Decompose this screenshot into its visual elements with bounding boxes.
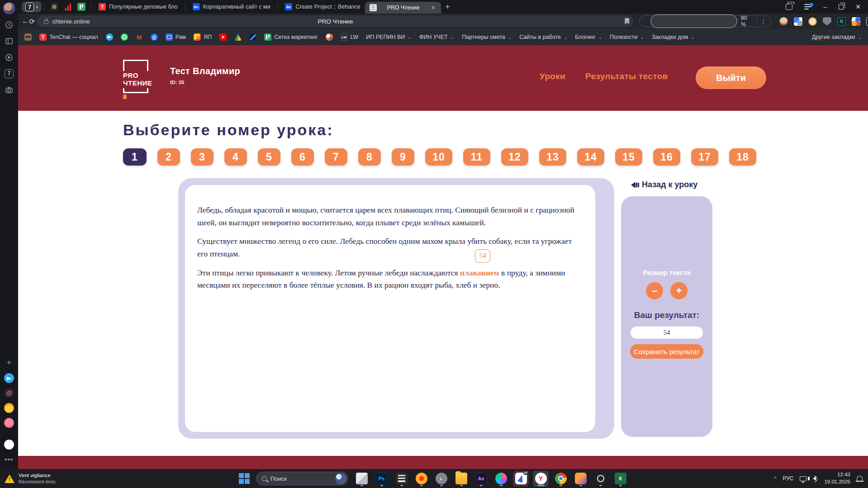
tab-behance-2[interactable]: Be Create Project :: Behance xyxy=(280,0,365,14)
video-icon[interactable] xyxy=(4,52,14,63)
telegram-rail-icon[interactable] xyxy=(4,373,14,383)
pinned-tab-dark[interactable] xyxy=(50,3,58,11)
lesson-button-18[interactable]: 18 xyxy=(729,148,756,166)
increase-text-button[interactable]: + xyxy=(670,282,688,299)
lesson-button-3[interactable]: 3 xyxy=(191,148,213,166)
app-photoshop[interactable]: Ps xyxy=(374,471,389,487)
bookmark-folder-home[interactable]: Закладки дом⌄ xyxy=(652,34,695,40)
shield-extension-icon[interactable] xyxy=(823,17,831,26)
app-obs[interactable] xyxy=(593,471,608,487)
result-input[interactable] xyxy=(631,327,703,339)
app-figma[interactable] xyxy=(493,471,509,487)
lesson-button-8[interactable]: 8 xyxy=(358,148,381,166)
rail-more-icon[interactable]: ••• xyxy=(4,454,14,464)
bookmark-orange[interactable] xyxy=(326,33,333,41)
lesson-button-16[interactable]: 16 xyxy=(653,148,680,166)
bookmark-lw[interactable]: LWLW xyxy=(341,33,359,41)
rail-add-icon[interactable]: + xyxy=(4,357,14,368)
restore-button[interactable] xyxy=(839,5,844,9)
flame-rail-icon[interactable] xyxy=(4,403,14,413)
tab-groups-icon[interactable] xyxy=(786,4,792,10)
weather-widget-icon[interactable] xyxy=(335,473,346,484)
app-excel[interactable]: X xyxy=(612,471,628,487)
app-yandex-browser[interactable]: Y xyxy=(533,471,549,487)
back-to-lesson-link[interactable]: Назад к уроку xyxy=(631,180,697,190)
app-yandex-start[interactable]: 07 xyxy=(513,471,529,487)
address-bar[interactable]: chtenie.online PRO Чтение xyxy=(37,15,634,27)
lesson-button-13[interactable]: 13 xyxy=(539,148,566,166)
bookmark-mailru[interactable]: @ xyxy=(151,33,158,41)
app-compass-browser[interactable] xyxy=(433,471,449,487)
bookmark-youtube[interactable] xyxy=(219,33,227,41)
bookmark-setka[interactable]: Сетка маркетинг xyxy=(264,33,318,41)
bookmark-folder-sites[interactable]: Сайты в работе⌄ xyxy=(519,34,567,40)
lesson-button-5[interactable]: 5 xyxy=(258,148,280,166)
bookmark-flag-icon[interactable] xyxy=(625,18,629,24)
zoom-control[interactable]: 90 % ⋮ xyxy=(639,15,771,27)
logout-button[interactable]: Выйти xyxy=(696,66,766,89)
lesson-button-17[interactable]: 17 xyxy=(691,148,718,166)
character-extension-icon[interactable] xyxy=(779,17,788,26)
app-phone[interactable] xyxy=(573,471,588,487)
lesson-button-7[interactable]: 7 xyxy=(325,148,347,166)
app-calculator[interactable] xyxy=(394,471,409,487)
bookmark-folder-repin[interactable]: ИП РЕПИН ВИ⌄ xyxy=(366,34,411,40)
start-button[interactable] xyxy=(239,473,250,484)
back-button[interactable]: ← xyxy=(22,17,29,25)
app-preview[interactable] xyxy=(354,471,370,487)
history-icon[interactable] xyxy=(4,19,14,30)
lesson-button-9[interactable]: 9 xyxy=(392,148,414,166)
mail-rail-icon[interactable]: @ xyxy=(4,388,14,398)
bookmark-drive[interactable] xyxy=(234,33,242,41)
bookmark-yap[interactable]: ЯП xyxy=(194,33,212,41)
minimize-button[interactable]: – xyxy=(823,3,827,10)
speaker-icon[interactable] xyxy=(813,476,816,481)
lesson-button-11[interactable]: 11 xyxy=(463,148,490,166)
notion-extension-icon[interactable]: N xyxy=(837,17,846,26)
taskbar-notification[interactable]: Vent vigilance Récemment émis xyxy=(5,473,109,484)
tray-expand-icon[interactable]: ^ xyxy=(774,476,776,481)
bookmark-folder-useful[interactable]: Полезости⌄ xyxy=(610,34,644,40)
bookmark-gmail[interactable]: M xyxy=(136,33,143,41)
new-tab-button[interactable]: + xyxy=(446,2,450,11)
bookmark-folder-partners[interactable]: Партнеры смета⌄ xyxy=(462,34,512,40)
language-indicator[interactable]: РУС xyxy=(783,475,793,482)
gold-extension-icon[interactable] xyxy=(808,17,817,26)
close-tab-icon[interactable]: ✕ xyxy=(430,5,436,11)
lesson-button-15[interactable]: 15 xyxy=(615,148,642,166)
bookmark-tenchat[interactable]: TTenChat — социал xyxy=(39,33,98,41)
app-chrome[interactable] xyxy=(553,471,569,487)
site-logo[interactable]: PRO ЧТЕНИЕ xyxy=(123,60,148,93)
lesson-button-4[interactable]: 4 xyxy=(224,148,247,166)
bookmark-folder-blogging[interactable]: Блогинг⌄ xyxy=(575,34,602,40)
app-file-explorer[interactable] xyxy=(453,471,469,487)
tab-counter-button[interactable]: 7 ▾ xyxy=(22,1,42,12)
people-extension-icon[interactable] xyxy=(852,17,860,26)
lesson-button-6[interactable]: 6 xyxy=(291,148,314,166)
save-result-button[interactable]: Сохранить результат xyxy=(630,344,703,359)
lesson-button-12[interactable]: 12 xyxy=(501,148,528,166)
decrease-text-button[interactable]: – xyxy=(646,282,663,299)
lesson-button-2[interactable]: 2 xyxy=(157,148,180,166)
profile-avatar[interactable] xyxy=(3,2,15,14)
lesson-button-1[interactable]: 1 xyxy=(123,148,147,166)
display-icon[interactable] xyxy=(800,476,806,481)
bookmark-swoosh[interactable] xyxy=(249,33,256,41)
app-yandex-music[interactable] xyxy=(413,471,429,487)
pinned-tab-chart[interactable] xyxy=(64,3,72,11)
screenshot-icon[interactable] xyxy=(4,85,14,95)
bookmark-folder-finance[interactable]: ФИН УЧЕТ⌄ xyxy=(419,34,455,40)
lesson-button-14[interactable]: 14 xyxy=(577,148,604,166)
other-bookmarks[interactable]: Другие закладки⌄ xyxy=(812,34,862,40)
pinned-tab-board[interactable] xyxy=(77,3,85,11)
lesson-button-10[interactable]: 10 xyxy=(425,148,452,166)
red-app-rail-icon[interactable] xyxy=(4,418,14,428)
reload-button[interactable]: ⟳ xyxy=(29,17,35,26)
zoom-menu-dots[interactable]: ⋮ xyxy=(760,18,766,25)
nav-test-results[interactable]: Результаты тестов xyxy=(585,71,668,81)
tab-count-badge[interactable]: 7 xyxy=(4,68,14,79)
tab-pro-chtenie-active[interactable]: PRO Чтение ✕ xyxy=(365,2,441,14)
nav-lessons[interactable]: Уроки xyxy=(540,71,565,81)
translate-extension-icon[interactable] xyxy=(794,17,802,26)
drop-rail-icon[interactable] xyxy=(4,440,14,450)
